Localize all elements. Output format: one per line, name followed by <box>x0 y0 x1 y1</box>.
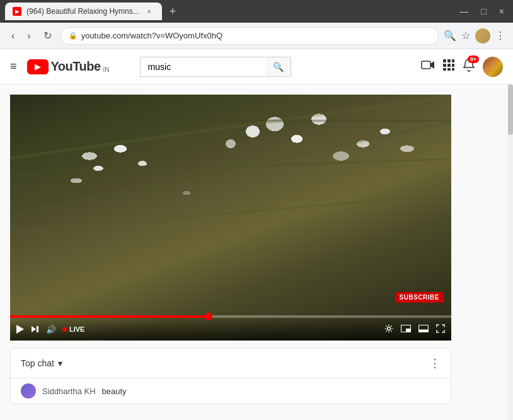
apps-icon <box>442 60 455 74</box>
address-bar[interactable]: 🔒 youtube.com/watch?v=WOyomUfx0hQ <box>61 27 439 45</box>
svg-rect-0 <box>422 61 430 69</box>
browser-tab[interactable]: ▶ (964) Beautiful Relaxing Hymns... × <box>5 3 162 20</box>
youtube-logo[interactable]: ▶ YouTube IN <box>27 59 110 74</box>
chat-user-avatar <box>21 383 36 399</box>
miniplayer-button[interactable] <box>400 323 412 335</box>
search-icon: 🔍 <box>273 62 284 72</box>
upload-icon <box>421 59 435 73</box>
tab-close-button[interactable]: × <box>144 6 154 16</box>
user-avatar[interactable] <box>483 57 503 77</box>
volume-button[interactable]: 🔊 <box>45 324 57 335</box>
svg-rect-5 <box>443 64 446 67</box>
youtube-header-actions: 9+ <box>421 57 503 77</box>
volume-icon: 🔊 <box>46 325 56 334</box>
fullscreen-icon <box>436 324 445 335</box>
chat-message: Siddhartha KH beauty <box>11 378 451 404</box>
svg-rect-9 <box>447 68 451 71</box>
browser-addressbar: ‹ › ↻ 🔒 youtube.com/watch?v=WOyomUfx0hQ … <box>0 23 513 49</box>
svg-point-11 <box>388 327 391 330</box>
chat-header: Top chat ▾ ⋮ <box>11 349 451 378</box>
video-thumbnail <box>10 95 451 341</box>
chat-dropdown-icon: ▾ <box>58 358 62 368</box>
forward-button[interactable]: › <box>23 28 34 44</box>
theatre-icon <box>418 324 429 334</box>
chat-menu-button[interactable]: ⋮ <box>429 356 441 370</box>
reload-button[interactable]: ↻ <box>40 27 55 44</box>
chat-author: Siddhartha KH <box>42 387 96 396</box>
youtube-header: ≡ ▶ YouTube IN 🔍 <box>0 49 513 85</box>
svg-rect-7 <box>452 64 454 67</box>
svg-rect-3 <box>447 59 451 62</box>
chat-title-dropdown[interactable]: Top chat ▾ <box>21 358 62 368</box>
fullscreen-button[interactable] <box>435 323 446 336</box>
close-window-button[interactable]: × <box>495 5 508 18</box>
lock-icon: 🔒 <box>69 32 78 40</box>
svg-rect-13 <box>406 329 410 332</box>
play-icon <box>16 325 24 334</box>
svg-marker-1 <box>430 61 434 69</box>
notification-badge: 9+ <box>468 55 479 63</box>
play-button[interactable] <box>15 324 25 335</box>
search-button[interactable]: 🔍 <box>266 57 291 77</box>
youtube-search-bar: 🔍 <box>140 57 291 77</box>
scrollbar-thumb[interactable] <box>508 85 513 135</box>
chat-section: Top chat ▾ ⋮ Siddhartha KH beauty <box>10 348 451 404</box>
youtube-logo-icon: ▶ <box>27 59 49 74</box>
svg-rect-15 <box>419 330 429 332</box>
live-dot <box>62 327 67 332</box>
svg-rect-6 <box>447 64 451 67</box>
search-icon-btn[interactable]: 🔍 <box>444 30 456 42</box>
main-content: SUBSCRIBE 🔊 <box>0 85 513 420</box>
gear-icon <box>384 324 393 335</box>
window-controls: — □ × <box>456 5 508 18</box>
url-text: youtube.com/watch?v=WOyomUfx0hQ <box>81 31 430 40</box>
back-button[interactable]: ‹ <box>8 28 18 44</box>
browser-profile-avatar[interactable] <box>475 28 490 44</box>
maximize-button[interactable]: □ <box>477 5 490 18</box>
svg-rect-2 <box>443 59 446 62</box>
youtube-logo-text: YouTube <box>51 59 101 74</box>
miniplayer-icon <box>401 324 411 334</box>
tab-favicon: ▶ <box>13 7 21 16</box>
bookmark-icon-btn[interactable]: ☆ <box>461 30 470 42</box>
video-player[interactable]: SUBSCRIBE 🔊 <box>10 95 451 341</box>
new-tab-button[interactable]: + <box>167 3 179 21</box>
svg-rect-4 <box>452 59 454 62</box>
video-controls: 🔊 LIVE <box>10 318 451 341</box>
chat-title-label: Top chat <box>21 358 54 368</box>
skip-button[interactable] <box>30 325 40 334</box>
browser-menu-button[interactable]: ⋮ <box>495 30 505 42</box>
search-input[interactable] <box>140 57 266 77</box>
tab-title: (964) Beautiful Relaxing Hymns... <box>26 7 139 16</box>
live-label: LIVE <box>69 325 84 333</box>
browser-titlebar: ▶ (964) Beautiful Relaxing Hymns... × + … <box>0 0 513 23</box>
video-background <box>10 95 451 341</box>
theatre-mode-button[interactable] <box>417 323 430 335</box>
upload-button[interactable] <box>421 59 435 74</box>
apps-button[interactable] <box>442 59 455 74</box>
settings-button[interactable] <box>383 323 395 336</box>
svg-rect-8 <box>443 68 446 71</box>
subscribe-overlay[interactable]: SUBSCRIBE <box>395 292 444 303</box>
content-area: SUBSCRIBE 🔊 <box>0 85 508 420</box>
skip-icon <box>32 326 38 332</box>
notifications-button[interactable]: 9+ <box>463 58 475 75</box>
controls-right <box>383 323 446 336</box>
youtube-logo-country: IN <box>103 66 110 73</box>
svg-rect-10 <box>452 68 454 71</box>
live-badge: LIVE <box>62 325 84 333</box>
chat-message-text: beauty <box>102 387 127 396</box>
minimize-button[interactable]: — <box>456 5 472 18</box>
youtube-menu-button[interactable]: ≡ <box>10 60 17 73</box>
addressbar-icons: 🔍 ☆ ⋮ <box>444 28 505 44</box>
subscribe-label: SUBSCRIBE <box>400 294 439 301</box>
scrollbar-track[interactable] <box>508 85 513 420</box>
